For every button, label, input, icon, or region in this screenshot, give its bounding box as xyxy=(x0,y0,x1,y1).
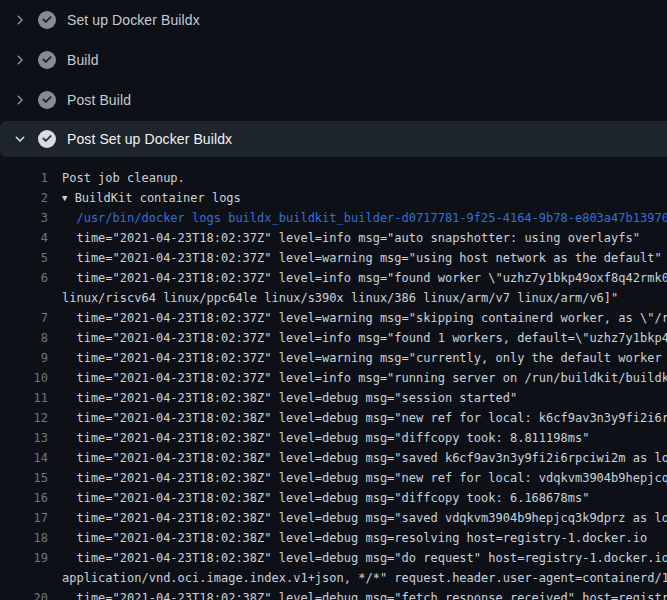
log-line-text: Post job cleanup. xyxy=(62,168,185,188)
log-line: 4 time="2021-04-23T18:02:37Z" level=info… xyxy=(0,228,667,248)
check-circle-icon xyxy=(38,91,56,109)
log-line: 12 time="2021-04-23T18:02:38Z" level=deb… xyxy=(0,408,667,428)
log-line-number[interactable]: 14 xyxy=(0,448,48,468)
log-line-text: time="2021-04-23T18:02:38Z" level=debug … xyxy=(62,488,589,508)
log-line-text: time="2021-04-23T18:02:37Z" level=warnin… xyxy=(62,308,667,328)
log-line-number[interactable]: 17 xyxy=(0,508,48,528)
log-line-number[interactable]: 6 xyxy=(0,268,48,288)
log-line-text: time="2021-04-23T18:02:38Z" level=debug … xyxy=(62,508,667,528)
log-line-text: linux/riscv64 linux/ppc64le linux/s390x … xyxy=(62,288,618,308)
log-command-line: 3 /usr/bin/docker logs buildx_buildkit_b… xyxy=(0,208,667,228)
log-line-number[interactable]: 3 xyxy=(0,208,48,228)
log-line: 9 time="2021-04-23T18:02:37Z" level=warn… xyxy=(0,348,667,368)
collapse-triangle-icon[interactable]: ▼ xyxy=(62,188,67,208)
log-line-text: time="2021-04-23T18:02:37Z" level=info m… xyxy=(62,328,667,348)
log-line-number[interactable]: 9 xyxy=(0,348,48,368)
log-line-text[interactable]: ▼ BuildKit container logs xyxy=(62,188,241,208)
log-line-text: time="2021-04-23T18:02:37Z" level=warnin… xyxy=(62,348,667,368)
log-line-text: time="2021-04-23T18:02:38Z" level=debug … xyxy=(62,468,667,488)
log-line-text: time="2021-04-23T18:02:38Z" level=debug … xyxy=(62,388,517,408)
log-line-number[interactable]: 16 xyxy=(0,488,48,508)
log-line-number[interactable]: 7 xyxy=(0,308,48,328)
log-line-text: time="2021-04-23T18:02:38Z" level=debug … xyxy=(62,428,589,448)
step-label: Post Build xyxy=(67,92,131,108)
log-line: 7 time="2021-04-23T18:02:37Z" level=warn… xyxy=(0,308,667,328)
log-line: 11 time="2021-04-23T18:02:38Z" level=deb… xyxy=(0,388,667,408)
log-line-number[interactable]: 1 xyxy=(0,168,48,188)
log-line-number[interactable]: 10 xyxy=(0,368,48,388)
log-line-number[interactable]: 12 xyxy=(0,408,48,428)
log-viewer: 1 Post job cleanup. 2 ▼ BuildKit contain… xyxy=(0,157,667,600)
log-line: application/vnd.oci.image.index.v1+json,… xyxy=(0,568,667,588)
log-line-text: time="2021-04-23T18:02:38Z" level=debug … xyxy=(62,448,667,468)
log-line-text: time="2021-04-23T18:02:37Z" level=info m… xyxy=(62,228,640,248)
log-line-text: time="2021-04-23T18:02:38Z" level=debug … xyxy=(62,528,647,548)
step-row-post-build[interactable]: Post Build xyxy=(0,80,667,120)
chevron-right-icon[interactable] xyxy=(12,52,28,68)
step-row-build[interactable]: Build xyxy=(0,40,667,80)
log-line-number[interactable]: 19 xyxy=(0,548,48,568)
log-line-text: time="2021-04-23T18:02:37Z" level=warnin… xyxy=(62,248,662,268)
log-line: 13 time="2021-04-23T18:02:38Z" level=deb… xyxy=(0,428,667,448)
log-line: 10 time="2021-04-23T18:02:37Z" level=inf… xyxy=(0,368,667,388)
log-line-text: time="2021-04-23T18:02:37Z" level=info m… xyxy=(62,268,667,288)
log-line: 14 time="2021-04-23T18:02:38Z" level=deb… xyxy=(0,448,667,468)
step-label: Post Set up Docker Buildx xyxy=(67,131,232,147)
log-line: 19 time="2021-04-23T18:02:38Z" level=deb… xyxy=(0,548,667,568)
log-line-text: time="2021-04-23T18:02:37Z" level=info m… xyxy=(62,368,667,388)
log-line: 15 time="2021-04-23T18:02:38Z" level=deb… xyxy=(0,468,667,488)
log-line: 16 time="2021-04-23T18:02:38Z" level=deb… xyxy=(0,488,667,508)
step-row-set-up-docker-buildx[interactable]: Set up Docker Buildx xyxy=(0,0,667,40)
log-line-number[interactable]: 15 xyxy=(0,468,48,488)
log-line: 18 time="2021-04-23T18:02:38Z" level=deb… xyxy=(0,528,667,548)
chevron-right-icon[interactable] xyxy=(12,12,28,28)
step-label: Build xyxy=(67,52,99,68)
log-line: linux/riscv64 linux/ppc64le linux/s390x … xyxy=(0,288,667,308)
log-line-number[interactable] xyxy=(0,568,48,588)
log-line-text: /usr/bin/docker logs buildx_buildkit_bui… xyxy=(62,208,667,228)
chevron-right-icon[interactable] xyxy=(12,92,28,108)
log-line-text: time="2021-04-23T18:02:38Z" level=debug … xyxy=(62,408,667,428)
step-row-post-set-up-docker-buildx[interactable]: Post Set up Docker Buildx xyxy=(0,121,667,157)
log-line-text: application/vnd.oci.image.index.v1+json,… xyxy=(62,568,667,588)
log-line-number[interactable]: 18 xyxy=(0,528,48,548)
check-circle-icon xyxy=(38,51,56,69)
log-line: 17 time="2021-04-23T18:02:38Z" level=deb… xyxy=(0,508,667,528)
check-circle-icon xyxy=(38,11,56,29)
log-line: 5 time="2021-04-23T18:02:37Z" level=warn… xyxy=(0,248,667,268)
log-line-number[interactable] xyxy=(0,288,48,308)
step-list: Set up Docker Buildx Build xyxy=(0,0,667,157)
check-circle-icon xyxy=(38,130,56,148)
log-line-number[interactable]: 20 xyxy=(0,588,48,600)
log-line: 8 time="2021-04-23T18:02:37Z" level=info… xyxy=(0,328,667,348)
log-line-number[interactable]: 13 xyxy=(0,428,48,448)
log-line-text: time="2021-04-23T18:02:38Z" level=debug … xyxy=(62,588,667,600)
log-group-header: 2 ▼ BuildKit container logs xyxy=(0,188,667,208)
log-line-number[interactable]: 5 xyxy=(0,248,48,268)
log-line-text: time="2021-04-23T18:02:38Z" level=debug … xyxy=(62,548,667,568)
chevron-down-icon[interactable] xyxy=(12,131,28,147)
log-line-number[interactable]: 4 xyxy=(0,228,48,248)
log-line: 20 time="2021-04-23T18:02:38Z" level=deb… xyxy=(0,588,667,600)
log-line-number[interactable]: 11 xyxy=(0,388,48,408)
log-line-number[interactable]: 8 xyxy=(0,328,48,348)
log-line-number[interactable]: 2 xyxy=(0,188,48,208)
log-line: 6 time="2021-04-23T18:02:37Z" level=info… xyxy=(0,268,667,288)
step-label: Set up Docker Buildx xyxy=(67,12,200,28)
log-line: 1 Post job cleanup. xyxy=(0,168,667,188)
